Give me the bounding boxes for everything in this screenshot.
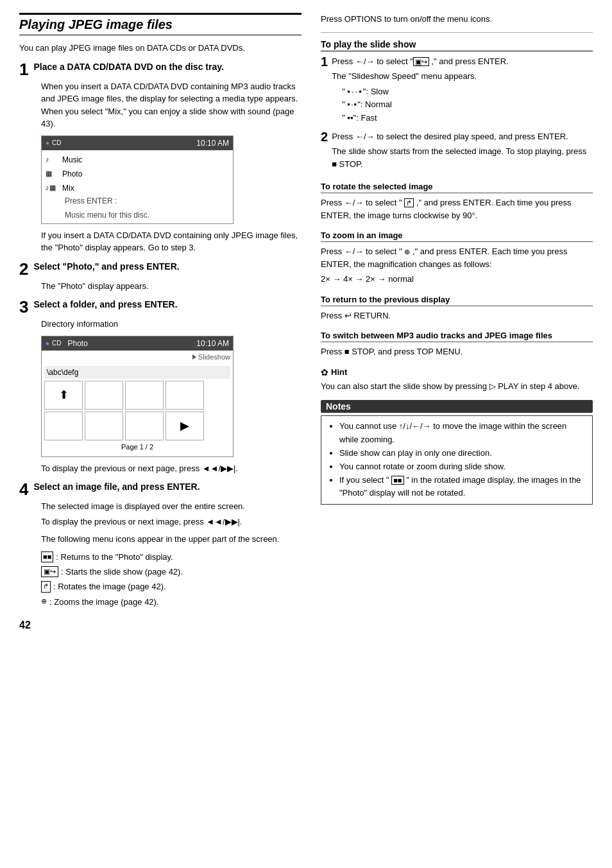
step-4-number: 4 <box>19 481 28 498</box>
page-indicator: Page 1 / 2 <box>44 440 230 454</box>
return-title: To return to the previous display <box>321 295 593 306</box>
step-4: 4 Select an image file, and press ENTER.… <box>19 481 302 609</box>
grid-cell-1: ⬆ <box>44 381 83 410</box>
speed-options: " ▪··▪": Slow " ▪·▪": Normal " ▪▪": Fast <box>342 85 509 125</box>
note-4: If you select " ■■ " in the rotated imag… <box>339 474 586 501</box>
icon-slideshow-start: ▣↪ : Starts the slide show (page 42). <box>41 564 302 579</box>
hint-box: ✿ Hint You can also start the slide show… <box>321 367 593 393</box>
screen-1: ● CD 10:10 AM ♪ Music ▦ Photo <box>41 135 234 224</box>
screen-2: ● CD Photo 10:10 AM Slideshow \abc\d <box>41 336 234 457</box>
screen2-slideshow: Slideshow <box>198 352 230 363</box>
zoom-title: To zoom in an image <box>321 230 593 242</box>
zoom-sequence: 2× → 4× → 2× → normal <box>321 273 593 286</box>
return-text: Press ↩ RETURN. <box>321 309 593 322</box>
right-step-1-num: 1 <box>321 55 328 68</box>
return-section: To return to the previous display Press … <box>321 295 593 322</box>
step-1-body: When you insert a DATA CD/DATA DVD conta… <box>41 80 302 130</box>
hint-icon: ✿ <box>321 367 328 378</box>
note-1: You cannot use ↑/↓/←/→ to move the image… <box>339 420 586 447</box>
grid-cell-2 <box>85 381 123 410</box>
step-3-nav: To display the previous or next page, pr… <box>41 462 302 475</box>
right-step-2-sub: The slide show starts from the selected … <box>332 145 593 170</box>
zoom-text: Press ←/→ to select " ⊕ ," and press ENT… <box>321 245 593 270</box>
icon-photo-display: ■■ : Returns to the "Photo" display. <box>41 550 302 564</box>
page-title: Playing JPEG image files <box>19 13 302 35</box>
step-1-number: 1 <box>19 61 28 78</box>
rotate-text: Press ←/→ to select " ↱ ," and press ENT… <box>321 196 593 221</box>
rotate-title: To rotate the selected image <box>321 182 593 193</box>
slide-show-title: To play the slide show <box>321 39 593 51</box>
grid-cell-7 <box>125 412 164 440</box>
right-step-1-sub: The "Slideshow Speed" menu appears. <box>332 70 509 83</box>
step-3-number: 3 <box>19 299 28 315</box>
icon-rotate: ↱ : Rotates the image (page 42). <box>41 579 302 594</box>
switch-section: To switch between MP3 audio tracks and J… <box>321 331 593 358</box>
menu-mix: ♪▦ Mix <box>46 181 229 195</box>
step-4-body3: The following menu icons appear in the u… <box>41 533 302 546</box>
speed-normal: " ▪·▪": Normal <box>342 98 509 112</box>
grid-cell-4 <box>166 381 204 410</box>
screen2-time: 10:10 AM <box>196 338 229 349</box>
step-4-body2: To display the previous or next image, p… <box>41 516 302 528</box>
slide-show-section: To play the slide show 1 Press ←/→ to se… <box>321 39 593 173</box>
right-step-2-num: 2 <box>321 130 328 143</box>
screen1-music-text: Music menu for this disc. <box>65 209 229 221</box>
page-number: 42 <box>19 620 302 631</box>
screen1-time: 10:10 AM <box>196 137 229 149</box>
hint-text: You can also start the slide show by pre… <box>321 380 593 393</box>
step-4-body1: The selected image is displayed over the… <box>41 500 302 513</box>
speed-slow: " ▪··▪": Slow <box>342 85 509 99</box>
notes-title: Notes <box>326 401 351 412</box>
notes-header: Notes <box>321 400 593 413</box>
step-1-title: Place a DATA CD/DATA DVD on the disc tra… <box>33 61 223 74</box>
right-step-1-text: Press ←/→ to select "▣↪ ," and press ENT… <box>332 55 509 68</box>
menu-photo: ▦ Photo <box>46 167 229 181</box>
notes-content: You cannot use ↑/↓/←/→ to move the image… <box>321 415 593 505</box>
menu-icons-list: ■■ : Returns to the "Photo" display. ▣↪ … <box>41 550 302 610</box>
step-3-dir-label: Directory information <box>41 318 302 331</box>
grid-cell-6 <box>85 412 123 440</box>
right-step-2-text: Press ←/→ to select the desired play spe… <box>332 130 593 143</box>
intro-text: You can play JPEG image files on DATA CD… <box>19 42 302 55</box>
zoom-section: To zoom in an image Press ←/→ to select … <box>321 230 593 286</box>
right-step-1: 1 Press ←/→ to select "▣↪ ," and press E… <box>321 55 593 125</box>
notes-container: Notes You cannot use ↑/↓/←/→ to move the… <box>321 400 593 505</box>
step-2-title: Select "Photo," and press ENTER. <box>33 261 179 273</box>
step-4-title: Select an image file, and press ENTER. <box>33 481 200 494</box>
icon-zoom: ⊕ : Zooms the image (page 42). <box>41 595 302 609</box>
rotate-section: To rotate the selected image Press ←/→ t… <box>321 182 593 221</box>
speed-fast: " ▪▪": Fast <box>342 112 509 125</box>
note-3: You cannot rotate or zoom during slide s… <box>339 460 586 474</box>
grid-cell-8: ▶ <box>166 412 204 440</box>
hint-title: Hint <box>331 367 347 377</box>
grid-cell-3 <box>125 381 164 410</box>
switch-text: Press ■ STOP, and press TOP MENU. <box>321 345 593 358</box>
switch-title: To switch between MP3 audio tracks and J… <box>321 331 593 342</box>
screen2-label: Photo <box>68 338 88 349</box>
right-step-2: 2 Press ←/→ to select the desired play s… <box>321 130 593 173</box>
step-3-title: Select a folder, and press ENTER. <box>33 299 177 311</box>
options-text: Press OPTIONS to turn on/off the menu ic… <box>321 13 593 26</box>
step-2-number: 2 <box>19 261 28 277</box>
step-2: 2 Select "Photo," and press ENTER. The "… <box>19 261 302 293</box>
step-2-body: The "Photo" display appears. <box>41 280 302 293</box>
step-3: 3 Select a folder, and press ENTER. Dire… <box>19 299 302 474</box>
screen1-press-text: Press ENTER : <box>65 195 229 207</box>
grid-cell-5 <box>44 412 83 440</box>
menu-music: ♪ Music <box>46 153 229 167</box>
folder-path: \abc\defg <box>44 366 230 379</box>
step-1: 1 Place a DATA CD/DATA DVD on the disc t… <box>19 61 302 254</box>
note-2: Slide show can play in only one directio… <box>339 447 586 460</box>
step-1-extra: If you insert a DATA CD/DATA DVD contain… <box>41 229 302 254</box>
